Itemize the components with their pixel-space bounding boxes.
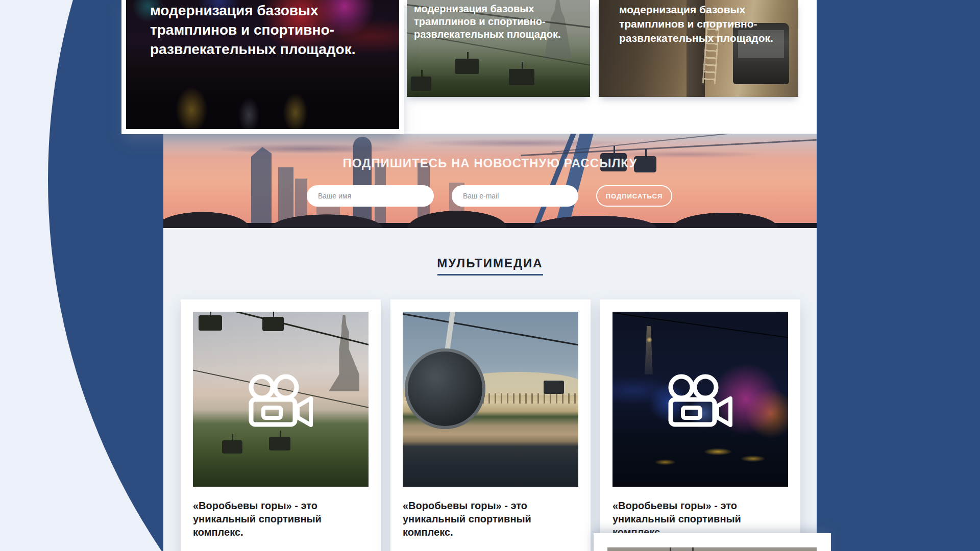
gondola-cabin [405,348,485,429]
heading-underline [437,274,543,276]
video-camera-icon[interactable] [668,374,733,427]
banner-photo [163,134,817,228]
multimedia-card[interactable]: «Воробьевы горы» - это уникальный спорти… [181,299,381,551]
tower-silhouette [329,315,359,391]
multimedia-caption: «Воробьевы горы» - это уникальный спорти… [193,499,369,539]
multimedia-card[interactable]: «Воробьевы горы» - это уникальный спорти… [600,299,800,551]
newsletter-banner: ПОДПИШИТЕСЬ НА НОВОСТНУЮ РАССЫЛКУ ПОДПИС… [163,134,817,228]
cable-car-silhouette [269,437,290,450]
cable-car-silhouette [222,440,242,454]
multimedia-thumbnail[interactable] [612,312,788,487]
cable-car-silhouette [262,317,284,331]
cable-car-silhouette [199,315,222,331]
multimedia-section-header: МУЛЬТИМЕДИА [163,256,817,276]
tower-silhouette [642,326,655,374]
multimedia-thumbnail[interactable] [403,312,578,487]
subscribe-button[interactable]: ПОДПИСАТЬСЯ [596,185,672,207]
multimedia-heading: МУЛЬТИМЕДИА [437,256,543,270]
tree-silhouettes [163,205,817,228]
slide-caption: модернизация базовых трамплинов и спорти… [619,3,790,45]
name-input[interactable] [307,185,434,207]
carousel-slide-active[interactable]: модернизация базовых трамплинов и спорти… [121,0,404,134]
cable-car-silhouette [411,77,431,91]
slide-caption: модернизация базовых трамплинов и спорти… [414,3,584,41]
slide-caption: модернизация базовых трамплинов и спорти… [150,1,387,59]
cable-line [403,312,578,348]
newsletter-form: ПОДПИСАТЬСЯ [307,185,672,207]
video-camera-icon[interactable] [248,374,313,427]
multimedia-thumbnail[interactable] [193,312,369,487]
cable-line [612,312,788,340]
page: ПОДПИШИТЕСЬ НА НОВОСТНУЮ РАССЫЛКУ ПОДПИС… [0,0,980,551]
cable-car-silhouette [455,59,479,74]
email-input[interactable] [452,185,578,207]
cable-car-silhouette [544,381,564,394]
multimedia-caption: «Воробьевы горы» - это уникальный спорти… [403,499,578,539]
cable-car-silhouette [509,69,534,85]
carousel-slide[interactable]: модернизация базовых трамплинов и спорти… [599,0,798,97]
slide-photo: модернизация базовых трамплинов и спорти… [126,0,399,129]
carousel-slide[interactable]: модернизация базовых трамплинов и спорти… [407,0,590,97]
gondola-arm [445,312,456,352]
newsletter-title: ПОДПИШИТЕСЬ НА НОВОСТНУЮ РАССЫЛКУ [163,156,817,170]
peeking-card-image [607,547,817,551]
multimedia-card[interactable]: «Воробьевы горы» - это уникальный спорти… [390,299,591,551]
peeking-card[interactable] [594,533,831,551]
